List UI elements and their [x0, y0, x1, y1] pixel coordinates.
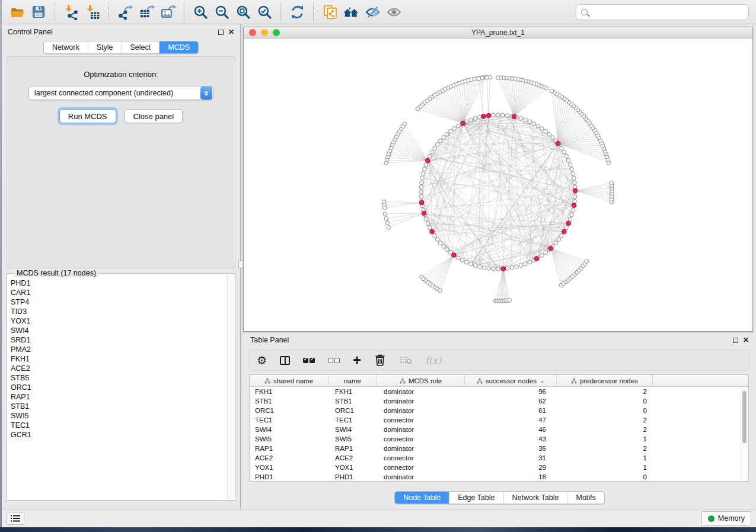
add-column-button[interactable]: +	[353, 352, 361, 368]
mcds-result-item[interactable]: SWI4	[11, 326, 227, 335]
delete-column-button[interactable]	[374, 352, 386, 368]
export-table-button[interactable]	[136, 2, 157, 22]
cell-shared-name: YOX1	[250, 464, 328, 471]
save-session-button[interactable]	[28, 2, 49, 22]
mcds-result-item[interactable]: STB5	[11, 373, 227, 383]
deselect-all-button[interactable]	[328, 352, 340, 368]
column-header-shared-name[interactable]: shared name	[250, 375, 328, 386]
export-image-button[interactable]	[157, 2, 178, 22]
float-panel-icon[interactable]	[218, 30, 224, 35]
mcds-result-item[interactable]: SRD1	[11, 335, 227, 345]
close-panel-icon[interactable]: ✕	[228, 28, 234, 36]
table-row[interactable]: TEC1TEC1connector472	[250, 415, 748, 425]
tab-network-table[interactable]: Network Table	[503, 492, 567, 504]
tab-style[interactable]: Style	[88, 41, 122, 53]
zoom-in-button[interactable]	[190, 2, 211, 22]
mcds-result-item[interactable]: TEC1	[11, 421, 227, 430]
cell-name: FKH1	[328, 388, 377, 395]
open-file-button[interactable]	[7, 2, 28, 22]
mcds-result-item[interactable]: RAP1	[11, 392, 227, 402]
mcds-result-item[interactable]: STP4	[11, 297, 227, 307]
run-mcds-button[interactable]: Run MCDS	[59, 109, 116, 123]
table-row[interactable]: RAP1RAP1dominator352	[250, 444, 748, 453]
criterion-value: largest connected component (undirected)	[29, 89, 200, 97]
mcds-result-item[interactable]: TID3	[11, 307, 227, 316]
eye-icon	[386, 4, 402, 20]
refresh-view-button[interactable]	[286, 2, 308, 22]
column-header-predecessor-nodes[interactable]: predecessor nodes	[557, 375, 653, 386]
mcds-result-title: MCDS result (17 nodes)	[14, 269, 98, 277]
mcds-result-item[interactable]: PMA2	[11, 345, 227, 354]
show-hidden-button[interactable]	[383, 2, 404, 22]
import-table-button[interactable]	[82, 2, 103, 22]
criterion-select[interactable]: largest connected component (undirected)	[28, 86, 213, 100]
delete-table-button[interactable]	[399, 352, 412, 368]
mcds-result-item[interactable]: SWI5	[11, 411, 227, 421]
cell-successor-nodes: 47	[465, 416, 557, 424]
cell-name: STB1	[328, 398, 377, 405]
import-network-button[interactable]	[60, 2, 82, 22]
tab-mcds[interactable]: MCDS	[159, 41, 198, 53]
mcds-result-item[interactable]: ACE2	[11, 364, 227, 373]
table-row[interactable]: SWI5SWI5connector431	[250, 434, 748, 444]
cell-predecessor-nodes: 0	[557, 407, 653, 414]
mcds-result-item[interactable]: GCR1	[11, 430, 227, 440]
function-builder-button[interactable]: f(x)	[425, 352, 441, 368]
table-scrollbar-thumb[interactable]	[742, 391, 747, 443]
tab-node-table[interactable]: Node Table	[395, 492, 449, 504]
table-body[interactable]: FKH1FKH1dominator962STB1STB1dominator620…	[250, 387, 748, 482]
table-settings-button[interactable]: ⚙	[257, 352, 267, 368]
mcds-result-list[interactable]: PHD1CAR1STP4TID3YOX1SWI4SRD1PMA2FKH1ACE2…	[11, 278, 227, 498]
mcds-result-item[interactable]: PHD1	[11, 278, 227, 288]
network-window-titlebar[interactable]: YPA_prune.txt_1	[244, 27, 752, 39]
graph-nodes[interactable]	[382, 75, 614, 303]
mcds-result-item[interactable]: FKH1	[11, 354, 227, 364]
export-network-icon	[117, 4, 133, 20]
node-table: shared namenameMCDS rolesuccessor nodes⌄…	[249, 374, 749, 482]
close-panel-button[interactable]: Close panel	[125, 109, 183, 123]
main-toolbar	[2, 0, 756, 24]
tab-edge-table[interactable]: Edge Table	[449, 492, 503, 504]
column-header-name[interactable]: name	[328, 375, 377, 386]
control-panel-title: Control Panel	[8, 28, 53, 36]
table-row[interactable]: YOX1YOX1connector291	[250, 463, 748, 472]
table-row[interactable]: PHD1PHD1dominator180	[250, 472, 748, 482]
clone-network-button[interactable]	[319, 2, 340, 22]
search-box[interactable]	[576, 4, 749, 20]
hide-selected-button[interactable]	[362, 2, 383, 22]
network-graph[interactable]	[244, 39, 752, 331]
cell-shared-name: PHD1	[250, 473, 328, 480]
task-history-button[interactable]	[7, 512, 24, 525]
memory-button[interactable]: Memory	[701, 511, 751, 525]
table-header-row[interactable]: shared namenameMCDS rolesuccessor nodes⌄…	[250, 375, 748, 387]
network-canvas[interactable]	[244, 39, 752, 331]
tab-select[interactable]: Select	[122, 41, 160, 53]
close-table-panel-icon[interactable]: ✕	[743, 336, 749, 344]
table-row[interactable]: STB1STB1dominator620	[250, 396, 748, 406]
zoom-selected-button[interactable]	[254, 2, 275, 22]
table-row[interactable]: ORC1ORC1dominator610	[250, 406, 748, 415]
tab-network[interactable]: Network	[44, 41, 88, 53]
mcds-result-item[interactable]: ORC1	[11, 383, 227, 392]
column-header-MCDS-role[interactable]: MCDS role	[377, 375, 465, 386]
zoom-fit-button[interactable]	[232, 2, 254, 22]
mcds-result-item[interactable]: STB1	[11, 402, 227, 411]
search-input[interactable]	[591, 7, 744, 17]
workspace: YPA_prune.txt_1 Table Panel ✕	[243, 24, 756, 509]
table-scrollbar[interactable]	[741, 387, 748, 480]
mcds-result-item[interactable]: CAR1	[11, 288, 227, 297]
select-all-button[interactable]	[303, 352, 315, 368]
zoom-out-icon	[214, 4, 230, 20]
export-network-button[interactable]	[114, 2, 136, 22]
table-row[interactable]: SWI4SWI4dominator462	[250, 425, 748, 434]
show-columns-button[interactable]	[280, 352, 290, 368]
table-row[interactable]: FKH1FKH1dominator962	[250, 387, 748, 396]
zoom-out-button[interactable]	[211, 2, 232, 22]
first-neighbors-button[interactable]	[340, 2, 362, 22]
result-list-scrollbar[interactable]	[227, 275, 234, 499]
tab-motifs[interactable]: Motifs	[567, 492, 604, 504]
mcds-result-item[interactable]: YOX1	[11, 316, 227, 326]
table-row[interactable]: ACE2ACE2connector311	[250, 453, 748, 463]
column-header-successor-nodes[interactable]: successor nodes⌄	[465, 375, 557, 386]
float-table-panel-icon[interactable]	[733, 338, 738, 343]
